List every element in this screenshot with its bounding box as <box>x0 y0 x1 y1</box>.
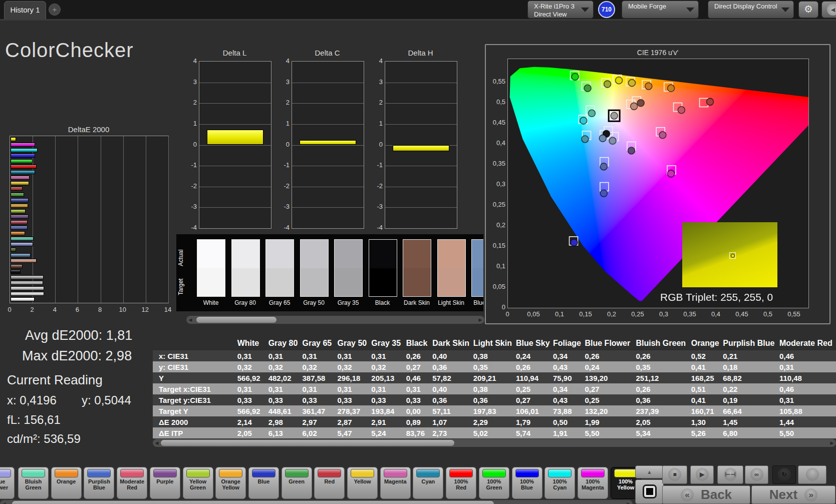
meter-name: X-Rite i1Pro 3 <box>534 3 575 10</box>
patch-button-100-green[interactable]: 100%Green <box>479 467 509 499</box>
delta-ytick-label: -3 <box>370 203 383 210</box>
blank-icon <box>806 468 819 481</box>
patch-row-scrollbar[interactable]: ◀ ▶ <box>0 500 633 504</box>
table-cell: 0,31 <box>404 383 431 394</box>
patch-comparison-strip: Actual Target WhiteGray 80Gray 65Gray 50… <box>176 234 483 311</box>
deltae-bar-cyan <box>11 170 35 174</box>
patch-button-label: ModerateRed <box>117 478 147 490</box>
patch-button-purplish-blue[interactable]: PurplishBlue <box>84 467 114 499</box>
table-cell: 2,97 <box>301 416 336 427</box>
pattern-window-button[interactable] <box>635 479 664 504</box>
collapse-panel-button[interactable]: ◀ <box>821 1 836 18</box>
table-cell: 0,31 <box>336 350 370 361</box>
display-control-dropdown[interactable]: Direct Display Control <box>708 1 794 19</box>
table-cell: 0,33 <box>266 394 301 405</box>
play-button[interactable]: ▶ <box>690 465 714 484</box>
table-scrollbar-thumb[interactable] <box>161 440 454 446</box>
delta-gridline <box>385 187 457 187</box>
deltae-bar-blue-sky <box>11 253 31 257</box>
scroll-up-button[interactable]: ▲ <box>635 465 664 478</box>
patch-button-cyan[interactable]: Cyan <box>413 467 443 499</box>
cie-xtick-label: 0,4 <box>706 310 726 318</box>
table-cell: 0,25 <box>583 394 634 405</box>
swatch-scrollbar[interactable]: ◀ ▶ <box>186 316 484 324</box>
cie-xtick-label: 0,15 <box>576 310 596 318</box>
patch-button-red[interactable]: Red <box>314 467 345 499</box>
table-cell: 5,34 <box>634 427 689 438</box>
patch-button-bluish-green[interactable]: BluishGreen <box>18 467 49 499</box>
table-cell: 0,32 <box>235 361 266 372</box>
scroll-right-icon[interactable]: ▶ <box>625 500 633 504</box>
deltae-gridline <box>168 136 169 303</box>
range-button[interactable]: ⊢⊣ <box>717 465 743 484</box>
table-cell: 0,38 <box>471 383 514 394</box>
delta-gridline <box>199 166 271 166</box>
patch-button-orange[interactable]: Orange <box>51 467 82 499</box>
patch-button-green[interactable]: Green <box>282 467 312 499</box>
swatch-scrollbar-thumb[interactable] <box>196 317 276 323</box>
deltae-bar-gray-80 <box>11 292 44 296</box>
meter-dropdown[interactable]: X-Rite i1Pro 3 Direct View <box>527 1 594 19</box>
scroll-left-icon[interactable]: ◀ <box>0 500 8 504</box>
tab-history-1[interactable]: History 1 <box>4 1 46 19</box>
patch-button-yellow[interactable]: Yellow <box>347 467 378 499</box>
delta-ytick-label: 3 <box>184 78 197 86</box>
scroll-left-icon[interactable]: ◀ <box>186 316 194 324</box>
table-cell: 6,13 <box>266 427 301 438</box>
delta-bar <box>300 140 356 145</box>
settings-button[interactable]: ⚙ <box>798 1 818 18</box>
deltae-bar-100-yellow <box>11 137 16 141</box>
patch-button-purple[interactable]: Purple <box>150 467 180 499</box>
table-cell: 0,35 <box>634 361 689 372</box>
patch-button-yellow-green[interactable]: YellowGreen <box>183 467 213 499</box>
table-cell: 205,13 <box>369 372 404 383</box>
table-cell: 2,05 <box>235 427 266 438</box>
back-button[interactable]: « Back <box>662 485 750 504</box>
patch-button-label: Purple <box>150 478 180 490</box>
delta-gridline <box>292 124 364 125</box>
table-cell: 0,31 <box>266 383 301 394</box>
table-cell: 0,24 <box>514 350 551 361</box>
stop-button[interactable]: ■ <box>662 465 687 484</box>
patch-button-label: 100%Cyan <box>545 478 575 490</box>
patch-button-label: BluishGreen <box>19 478 48 490</box>
patch-button-100-blue[interactable]: 100%Blue <box>512 467 542 499</box>
delta-ytick-label: 2 <box>370 99 383 106</box>
patch-button-100-red[interactable]: 100%Red <box>446 467 476 499</box>
table-cell: 0,51 <box>689 383 721 394</box>
patch-button-blue[interactable]: Blue <box>248 467 279 499</box>
scroll-left-icon[interactable]: ◀ <box>153 439 161 447</box>
next-chevron-icon: » <box>804 488 817 501</box>
table-cell: 2,91 <box>369 416 404 427</box>
source-dropdown[interactable]: Mobile Forge <box>622 1 699 19</box>
table-column-header: Bluish Green <box>634 332 689 350</box>
patch-button-orange-yellow[interactable]: OrangeYellow <box>215 467 246 499</box>
swatch-actual <box>403 240 431 268</box>
patch-button-blue-flower[interactable]: BlueFlower <box>0 467 15 499</box>
delta-ytick-label: -3 <box>276 203 290 210</box>
table-cell: 0,36 <box>430 361 471 372</box>
table-cell: 0,41 <box>689 361 721 372</box>
loop-button[interactable]: ∞ <box>745 465 768 484</box>
patch-button-100-cyan[interactable]: 100%Cyan <box>544 467 575 499</box>
blank-button[interactable] <box>798 465 826 484</box>
patch-button-100-magenta[interactable]: 100%Magenta <box>578 467 608 499</box>
table-scrollbar[interactable]: ◀ ▶ <box>153 439 836 447</box>
table-cell: 0,89 <box>404 416 431 427</box>
deltae-bar-purplish-blue <box>11 226 28 230</box>
swatch-actual <box>472 240 483 268</box>
delta-ytick-label: -2 <box>370 182 383 190</box>
deltae-bar-dark-skin <box>11 264 23 268</box>
add-tab-button[interactable]: + <box>49 4 61 16</box>
delta-chart-plot <box>199 61 271 229</box>
table-cell: 0,21 <box>721 350 777 361</box>
delta-gridline <box>385 124 457 125</box>
next-button[interactable]: Next » <box>751 485 835 504</box>
patch-button-magenta[interactable]: Magenta <box>380 467 411 499</box>
patch-row-scrollbar-thumb[interactable] <box>12 501 494 504</box>
refresh-button[interactable]: ↻ <box>772 465 796 484</box>
patch-button-moderate-red[interactable]: ModerateRed <box>117 467 147 499</box>
scroll-right-icon[interactable]: ▶ <box>476 316 484 324</box>
cie-xtick-label: 0,1 <box>549 310 570 318</box>
scroll-right-icon[interactable]: ▶ <box>828 439 836 447</box>
